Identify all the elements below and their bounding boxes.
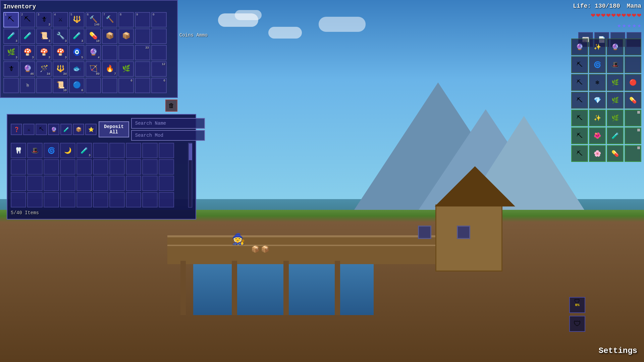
inv-r4-8[interactable]: 🌿 [118, 61, 134, 77]
chest-slot-12[interactable] [27, 159, 43, 175]
chest-slot-16[interactable] [93, 159, 108, 175]
req-22[interactable]: 🌺 [589, 127, 606, 144]
inv-slot-9[interactable]: 9 [135, 12, 150, 27]
coin-slot-1[interactable]: 🧪 3 [3, 28, 19, 44]
inv-slot-8[interactable]: 8 [118, 12, 134, 27]
inv-r4-1[interactable]: 🗡 [3, 61, 19, 77]
inv-slot-4[interactable]: 4 ⚔ [53, 12, 68, 27]
chest-slot-3[interactable]: 🌀 [44, 143, 59, 158]
req-11[interactable]: 🌿 [607, 74, 624, 91]
chest-slot-7[interactable] [109, 143, 125, 158]
chest-slot-13[interactable] [44, 159, 59, 175]
chest-slot-22[interactable] [27, 176, 43, 191]
inv-slot-1[interactable]: 1 ⛏ [3, 12, 19, 27]
inv-slot-2[interactable]: 2 ⛏ [20, 12, 35, 27]
req-10[interactable]: ❄ [589, 74, 606, 91]
coin-slot-4[interactable]: 🔧 3 [53, 28, 68, 44]
inv-r5-1[interactable] [3, 78, 19, 93]
inv-r3-7[interactable] [102, 45, 117, 60]
inv-r5-8[interactable]: 6 [118, 78, 134, 93]
chest-slot-36[interactable] [93, 192, 108, 207]
inv-r3-2[interactable]: 🍄 3 [20, 45, 35, 60]
chest-slot-2[interactable]: 🎩 [27, 143, 43, 158]
chest-slot-6[interactable] [93, 143, 108, 158]
chest-slot-40[interactable] [159, 192, 174, 207]
req-6[interactable]: 🌀 [589, 56, 606, 73]
filter-star[interactable]: ⭐ [85, 124, 97, 135]
chest-slot-18[interactable] [126, 159, 141, 175]
coin-slot-9[interactable] [135, 28, 150, 44]
chest-slot-21[interactable] [11, 176, 26, 191]
req-4[interactable] [625, 39, 641, 55]
filter-all[interactable]: ❓ [11, 124, 22, 135]
req-17[interactable]: ⛏ [571, 110, 588, 126]
chest-slot-15[interactable] [76, 159, 92, 175]
filter-tools[interactable]: ⛏ [36, 124, 47, 135]
req-20[interactable] [625, 110, 641, 126]
coin-slot-6[interactable]: 💊 10 [86, 28, 101, 44]
chest-slot-14[interactable] [60, 159, 75, 175]
chest-slot-24[interactable] [60, 176, 75, 191]
req-1[interactable]: 🔮 [571, 39, 588, 55]
req-27[interactable]: 💊 [607, 145, 624, 162]
coin-slot-8[interactable]: 📦 [118, 28, 134, 44]
inv-r3-6[interactable]: 🔮 4 [86, 45, 101, 60]
chest-slot-1[interactable]: 🦷 [11, 143, 26, 158]
trash-slot[interactable]: 🗑 [165, 100, 177, 112]
chest-slot-31[interactable] [11, 192, 26, 207]
settings-button[interactable]: Settings [599, 346, 637, 355]
inv-slot-7[interactable]: 7 🔨 [102, 12, 117, 27]
inv-r4-7[interactable]: 🔥 7 [102, 61, 117, 77]
inv-r5-2[interactable]: 🖱 [20, 78, 35, 93]
inv-r5-10[interactable]: 6 [151, 78, 167, 93]
inv-slot-10[interactable]: 0 [151, 12, 167, 27]
chest-slot-5[interactable]: 🧪 3 [76, 143, 92, 158]
defense-badge-2[interactable]: 🛡 [569, 316, 585, 332]
inv-r4-6[interactable]: 🏹 89 [86, 61, 101, 77]
req-21[interactable]: ⛏ [571, 127, 588, 144]
inv-slot-5[interactable]: 5 🔱 [69, 12, 85, 27]
inv-r4-5[interactable]: 🐟 [69, 61, 85, 77]
chest-slot-11[interactable] [11, 159, 26, 175]
chest-slot-32[interactable] [27, 192, 43, 207]
inv-r3-4[interactable]: 🍄 3 [53, 45, 68, 60]
inv-r3-10[interactable] [151, 45, 167, 60]
chest-slot-34[interactable] [60, 192, 75, 207]
chest-slot-29[interactable] [142, 176, 158, 191]
filter-magic[interactable]: 🔮 [48, 124, 59, 135]
inv-r3-5[interactable]: 🧿 5 [69, 45, 85, 60]
req-15[interactable]: 🌿 [607, 92, 624, 109]
chest-slot-17[interactable] [109, 159, 125, 175]
inv-r5-7[interactable] [102, 78, 117, 93]
inv-r5-3[interactable] [36, 78, 52, 93]
req-18[interactable]: ✨ [589, 110, 606, 126]
req-19[interactable]: 🌿 [607, 110, 624, 126]
chest-slot-4[interactable]: 🌙 [60, 143, 75, 158]
inv-r4-10[interactable]: 12 [151, 61, 167, 77]
req-28[interactable] [625, 145, 641, 162]
chest-slot-26[interactable] [93, 176, 108, 191]
coin-slot-2[interactable]: 🧪 [20, 28, 35, 44]
req-8[interactable] [625, 56, 641, 73]
req-14[interactable]: 💎 [589, 92, 606, 109]
req-7[interactable]: 🎩 [607, 56, 624, 73]
search-mod-input[interactable] [131, 130, 205, 141]
inv-r3-9[interactable]: 33 [135, 45, 150, 60]
chest-slot-33[interactable] [44, 192, 59, 207]
inv-slot-3[interactable]: 3 🗡 3 [36, 12, 52, 27]
chest-slot-38[interactable] [126, 192, 141, 207]
coin-slot-5[interactable]: 🧪 3 [69, 28, 85, 44]
req-26[interactable]: 🌸 [589, 145, 606, 162]
coin-slot-10[interactable] [151, 28, 167, 44]
coin-slot-7[interactable]: 📦 [102, 28, 117, 44]
req-9[interactable]: ⛏ [571, 74, 588, 91]
search-name-input[interactable] [131, 118, 205, 129]
req-23[interactable]: 🧪 [607, 127, 624, 144]
chest-slot-19[interactable] [142, 159, 158, 175]
filter-misc[interactable]: 📦 [73, 124, 84, 135]
chest-slot-20[interactable] [159, 159, 174, 175]
req-24[interactable] [625, 127, 641, 144]
chest-slot-25[interactable] [76, 176, 92, 191]
defense-badge-1[interactable]: 0% 🛡 [569, 297, 585, 313]
filter-potions[interactable]: 🧪 [60, 124, 72, 135]
